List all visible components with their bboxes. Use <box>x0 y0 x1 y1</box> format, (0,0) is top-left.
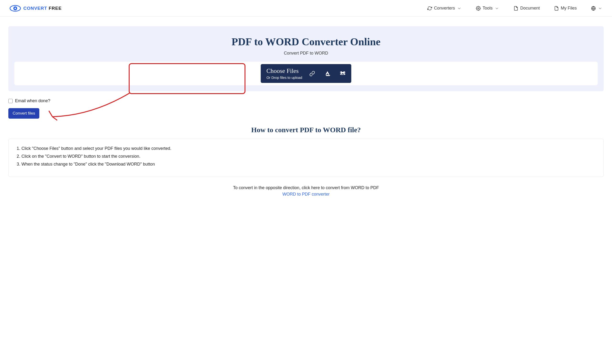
email-when-done-row: Email when done? <box>8 98 604 104</box>
page-title: PDF to WORD Converter Online <box>8 36 604 48</box>
document-icon <box>514 6 518 11</box>
svg-point-3 <box>478 8 479 9</box>
nav-myfiles[interactable]: My Files <box>554 6 577 11</box>
choose-files-button[interactable]: Choose Files Or Drop files to upload <box>261 64 351 83</box>
link-icon[interactable] <box>309 71 315 77</box>
navbar: CONVERT FREE Converters Tools Document M… <box>0 0 612 17</box>
email-label: Email when done? <box>15 98 50 104</box>
nav-document[interactable]: Document <box>514 6 540 11</box>
choose-files-sub: Or Drop files to upload <box>266 76 302 79</box>
page-subtitle: Convert PDF to WORD <box>8 51 604 56</box>
logo-text: CONVERT FREE <box>23 6 62 11</box>
dropbox-icon[interactable] <box>340 71 346 77</box>
google-drive-icon[interactable] <box>325 71 330 77</box>
file-icon <box>554 6 559 11</box>
nav-language[interactable] <box>591 6 602 11</box>
chevron-down-icon <box>598 6 602 11</box>
howto-step: Click "Choose Files" button and select y… <box>17 146 596 151</box>
dropzone[interactable]: Choose Files Or Drop files to upload <box>14 62 598 85</box>
convert-files-button[interactable]: Convert files <box>8 108 39 119</box>
howto-box: Click "Choose Files" button and select y… <box>8 139 604 177</box>
email-checkbox[interactable] <box>8 99 13 103</box>
howto-step: When the status change to "Done" click t… <box>17 162 596 167</box>
annotation-arrow <box>44 92 132 123</box>
hero-section: PDF to WORD Converter Online Convert PDF… <box>8 26 604 91</box>
howto-step: Click on the "Convert to WORD" button to… <box>17 154 596 159</box>
howto-steps: Click "Choose Files" button and select y… <box>16 146 596 167</box>
nav-converters[interactable]: Converters <box>427 6 462 11</box>
svg-point-2 <box>14 8 16 9</box>
opposite-link[interactable]: WORD to PDF converter <box>0 192 612 197</box>
howto-title: How to convert PDF to WORD file? <box>0 126 612 134</box>
logo-icon <box>10 3 21 14</box>
nav-tools[interactable]: Tools <box>476 6 499 11</box>
chevron-down-icon <box>494 6 499 11</box>
logo[interactable]: CONVERT FREE <box>10 3 62 14</box>
gear-icon <box>476 6 481 11</box>
refresh-icon <box>427 6 432 11</box>
globe-icon <box>591 6 596 11</box>
chevron-down-icon <box>457 6 462 11</box>
choose-files-title: Choose Files <box>266 67 302 75</box>
opposite-direction: To convert in the opposite direction, cl… <box>0 185 612 197</box>
